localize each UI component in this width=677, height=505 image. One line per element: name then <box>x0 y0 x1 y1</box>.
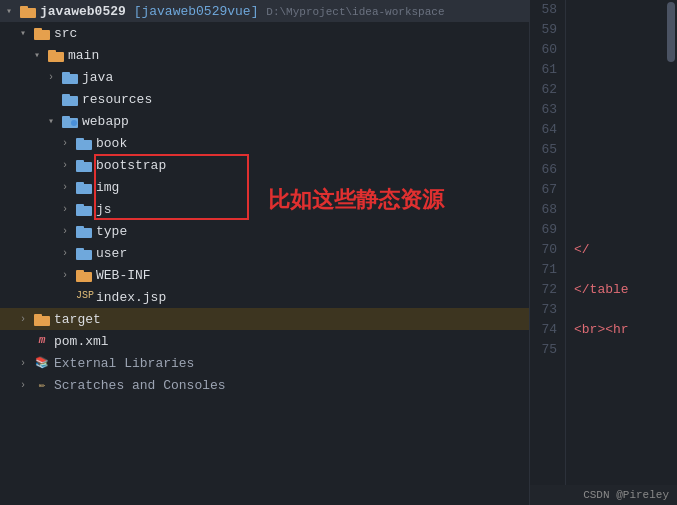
line-num-72: 72 <box>530 280 557 300</box>
tree-item-pom-xml[interactable]: m pom.xml <box>0 330 529 352</box>
index-jsp-label: index.jsp <box>96 290 166 305</box>
svg-rect-18 <box>76 182 84 186</box>
code-line-70: </ <box>574 240 665 260</box>
java-label: java <box>82 70 113 85</box>
jsp-file-icon: JSP <box>76 290 92 304</box>
arrow-icon <box>62 182 76 193</box>
code-line-69 <box>574 220 665 240</box>
arrow-icon <box>62 248 76 259</box>
web-inf-label: WEB-INF <box>96 268 151 283</box>
code-line-74: <br><hr <box>574 320 665 340</box>
arrow-icon <box>48 72 62 83</box>
img-label: img <box>96 180 119 195</box>
folder-icon <box>76 268 92 282</box>
svg-rect-14 <box>76 138 84 142</box>
ext-libs-label: External Libraries <box>54 356 194 371</box>
code-line-64 <box>574 120 665 140</box>
folder-icon <box>34 312 50 326</box>
scratch-icon: ✏ <box>34 378 50 392</box>
arrow-icon <box>62 204 76 215</box>
tree-item-ext-libs[interactable]: 📚 External Libraries <box>0 352 529 374</box>
arrow-icon <box>62 138 76 149</box>
xml-file-icon: m <box>34 334 50 348</box>
tree-item-user[interactable]: user <box>0 242 529 264</box>
target-label: target <box>54 312 101 327</box>
code-line-58 <box>574 0 665 20</box>
tree-item-index-jsp[interactable]: JSP index.jsp <box>0 286 529 308</box>
code-lines: </ </table <br><hr <box>566 0 665 505</box>
arrow-icon <box>20 358 34 369</box>
svg-rect-28 <box>34 314 42 318</box>
tree-item-main[interactable]: main <box>0 44 529 66</box>
code-line-63 <box>574 100 665 120</box>
user-label: user <box>96 246 127 261</box>
tree-item-webapp[interactable]: webapp <box>0 110 529 132</box>
svg-rect-7 <box>62 72 70 76</box>
line-num-70: 70 <box>530 240 557 260</box>
folder-icon <box>76 180 92 194</box>
svg-point-12 <box>71 120 77 126</box>
svg-rect-22 <box>76 226 84 230</box>
svg-rect-24 <box>76 248 84 252</box>
status-text: CSDN @Pireley <box>583 489 669 501</box>
code-line-72: </table <box>574 280 665 300</box>
code-editor-panel: 58 59 60 61 62 63 64 65 66 67 68 69 70 7… <box>530 0 677 505</box>
line-num-66: 66 <box>530 160 557 180</box>
type-label: type <box>96 224 127 239</box>
arrow-icon <box>34 49 48 61</box>
line-numbers: 58 59 60 61 62 63 64 65 66 67 68 69 70 7… <box>530 0 566 505</box>
tree-item-target[interactable]: target <box>0 308 529 330</box>
svg-rect-20 <box>76 204 84 208</box>
arrow-icon <box>62 160 76 171</box>
line-num-61: 61 <box>530 60 557 80</box>
file-tree-panel: javaweb0529 [javaweb0529vue] D:\Myprojec… <box>0 0 530 505</box>
bootstrap-label: bootstrap <box>96 158 166 173</box>
webapp-folder-icon <box>62 114 78 128</box>
tree-item-type[interactable]: type <box>0 220 529 242</box>
tree-item-scratches[interactable]: ✏ Scratches and Consoles <box>0 374 529 396</box>
tree-item-project-root[interactable]: javaweb0529 [javaweb0529vue] D:\Myprojec… <box>0 0 529 22</box>
line-num-63: 63 <box>530 100 557 120</box>
folder-icon <box>76 246 92 260</box>
folder-icon <box>76 202 92 216</box>
arrow-icon <box>20 27 34 39</box>
webapp-label: webapp <box>82 114 129 129</box>
tree-item-img[interactable]: img <box>0 176 529 198</box>
arrow-icon <box>62 270 76 281</box>
line-num-73: 73 <box>530 300 557 320</box>
svg-rect-5 <box>48 50 56 54</box>
line-num-68: 68 <box>530 200 557 220</box>
line-num-64: 64 <box>530 120 557 140</box>
line-num-67: 67 <box>530 180 557 200</box>
line-num-75: 75 <box>530 340 557 360</box>
svg-rect-11 <box>62 116 70 120</box>
code-line-71 <box>574 260 665 280</box>
code-line-62 <box>574 80 665 100</box>
scrollbar-thumb[interactable] <box>667 2 675 62</box>
line-num-58: 58 <box>530 0 557 20</box>
line-num-65: 65 <box>530 140 557 160</box>
tree-item-java[interactable]: java <box>0 66 529 88</box>
folder-icon <box>34 26 50 40</box>
tree-item-bootstrap[interactable]: bootstrap <box>0 154 529 176</box>
arrow-icon <box>48 115 62 127</box>
line-num-69: 69 <box>530 220 557 240</box>
tree-item-js[interactable]: js <box>0 198 529 220</box>
svg-rect-26 <box>76 270 84 274</box>
code-line-60 <box>574 40 665 60</box>
code-line-68 <box>574 200 665 220</box>
tree-item-book[interactable]: book <box>0 132 529 154</box>
src-label: src <box>54 26 77 41</box>
tree-item-src[interactable]: src <box>0 22 529 44</box>
code-line-66 <box>574 160 665 180</box>
code-line-65 <box>574 140 665 160</box>
scrollbar[interactable] <box>665 0 677 505</box>
svg-rect-1 <box>20 6 28 10</box>
svg-rect-3 <box>34 28 42 32</box>
tree-item-web-inf[interactable]: WEB-INF <box>0 264 529 286</box>
svg-rect-16 <box>76 160 84 164</box>
tree-item-resources[interactable]: resources <box>0 88 529 110</box>
folder-icon <box>76 136 92 150</box>
libs-icon: 📚 <box>34 356 50 370</box>
status-bar: CSDN @Pireley <box>530 485 677 505</box>
